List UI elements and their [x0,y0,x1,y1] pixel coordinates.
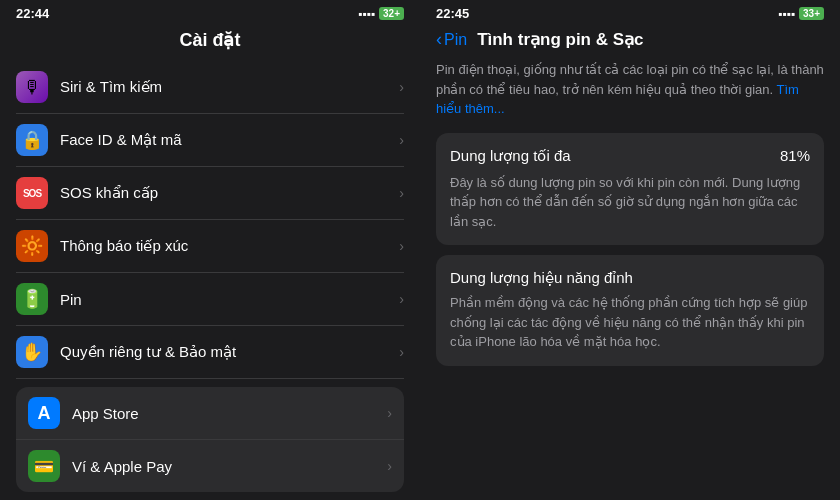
sidebar-item-exposure[interactable]: 🔆 Thông báo tiếp xúc › [16,220,404,273]
right-time: 22:45 [436,6,469,21]
left-status-bar: 22:44 ▪▪▪▪ 32+ [0,0,420,25]
battery-icon: 🔋 [16,283,48,315]
left-panel: 22:44 ▪▪▪▪ 32+ Cài đặt 🎙 Siri & Tìm kiếm… [0,0,420,500]
right-battery-badge: 33+ [799,7,824,20]
peak-perf-desc: Phần mềm động và các hệ thống phần cứng … [450,293,810,352]
settings-group-store: A App Store › 💳 Ví & Apple Pay › [16,387,404,492]
left-battery-badge: 32+ [379,7,404,20]
left-status-right: ▪▪▪▪ 32+ [358,7,404,21]
sidebar-item-siri[interactable]: 🎙 Siri & Tìm kiếm › [16,61,404,114]
battery-chevron-icon: › [399,291,404,307]
privacy-chevron-icon: › [399,344,404,360]
faceid-icon: 🔒 [16,124,48,156]
appstore-label: App Store [72,405,375,422]
applepay-icon: 💳 [28,450,60,482]
siri-chevron-icon: › [399,79,404,95]
faceid-label: Face ID & Mật mã [60,131,387,149]
exposure-chevron-icon: › [399,238,404,254]
max-capacity-title: Dung lượng tối đa [450,147,571,165]
max-capacity-value: 81% [780,147,810,164]
max-capacity-desc: Đây là số dung lượng pin so với khi pin … [450,173,810,232]
applepay-label: Ví & Apple Pay [72,458,375,475]
peak-performance-card: Dung lượng hiệu năng đỉnh Phần mềm động … [436,255,824,366]
right-status-bar: 22:45 ▪▪▪▪ 33+ [420,0,840,25]
peak-perf-title: Dung lượng hiệu năng đỉnh [450,269,810,287]
sidebar-item-sos[interactable]: SOS SOS khẩn cấp › [16,167,404,220]
right-status-right: ▪▪▪▪ 33+ [778,7,824,21]
appstore-icon: A [28,397,60,429]
back-button[interactable]: ‹ Pin [436,29,467,50]
sidebar-item-faceid[interactable]: 🔒 Face ID & Mật mã › [16,114,404,167]
max-capacity-card: Dung lượng tối đa 81% Đây là số dung lượ… [436,133,824,246]
siri-label: Siri & Tìm kiếm [60,78,387,96]
right-page-title: Tình trạng pin & Sạc [477,29,643,50]
left-signal-icon: ▪▪▪▪ [358,7,375,21]
appstore-chevron-icon: › [387,405,392,421]
sos-icon: SOS [16,177,48,209]
right-signal-icon: ▪▪▪▪ [778,7,795,21]
sos-chevron-icon: › [399,185,404,201]
sidebar-item-appstore[interactable]: A App Store › [16,387,404,440]
battery-label: Pin [60,291,387,308]
applepay-chevron-icon: › [387,458,392,474]
exposure-label: Thông báo tiếp xúc [60,237,387,255]
privacy-icon: ✋ [16,336,48,368]
faceid-chevron-icon: › [399,132,404,148]
page-title: Cài đặt [0,25,420,61]
exposure-icon: 🔆 [16,230,48,262]
right-content: Pin điện thoại, giống như tất cả các loạ… [420,60,840,500]
privacy-label: Quyền riêng tư & Bảo mật [60,343,387,361]
sidebar-item-battery[interactable]: 🔋 Pin › [16,273,404,326]
settings-list: 🎙 Siri & Tìm kiếm › 🔒 Face ID & Mật mã ›… [0,61,420,500]
battery-info-text: Pin điện thoại, giống như tất cả các loạ… [436,60,824,119]
back-label: Pin [444,31,467,49]
left-time: 22:44 [16,6,49,21]
sos-label: SOS khẩn cấp [60,184,387,202]
siri-icon: 🎙 [16,71,48,103]
right-panel: 22:45 ▪▪▪▪ 33+ ‹ Pin Tình trạng pin & Sạ… [420,0,840,500]
back-chevron-icon: ‹ [436,29,442,50]
sidebar-item-privacy[interactable]: ✋ Quyền riêng tư & Bảo mật › [16,326,404,379]
sidebar-item-applepay[interactable]: 💳 Ví & Apple Pay › [16,440,404,492]
right-header: ‹ Pin Tình trạng pin & Sạc [420,25,840,60]
max-capacity-header: Dung lượng tối đa 81% [450,147,810,165]
